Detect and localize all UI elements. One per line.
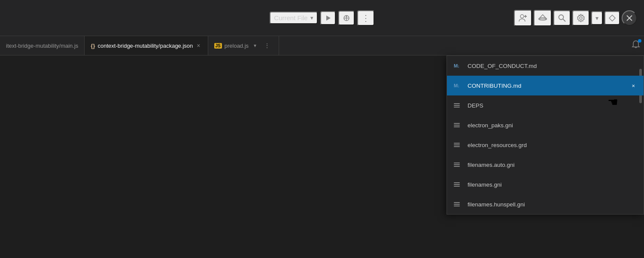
dropdown-item-deps[interactable]: DEPS × bbox=[447, 95, 644, 115]
debug-button[interactable] bbox=[338, 11, 355, 25]
lines-icon-filenames-hunspell bbox=[454, 202, 463, 206]
settings-icon bbox=[577, 14, 585, 22]
main-content: M↓ CODE_OF_CONDUCT.md × M↓ CONTRIBUTING.… bbox=[0, 55, 644, 258]
tab-main-js[interactable]: itext-bridge-mutability/main.js bbox=[0, 36, 85, 55]
current-file-label: Current File bbox=[274, 14, 307, 22]
notification-dot bbox=[638, 39, 641, 43]
hat-icon bbox=[538, 13, 547, 23]
tabbar: itext-bridge-mutability/main.js {} conte… bbox=[0, 36, 644, 55]
dropdown-panel: M↓ CODE_OF_CONDUCT.md × M↓ CONTRIBUTING.… bbox=[447, 55, 644, 215]
dropdown-label-contributing: CONTRIBUTING.md bbox=[468, 83, 626, 89]
dropdown-item-contributing[interactable]: M↓ CONTRIBUTING.md × bbox=[447, 76, 644, 95]
chevron-down-icon: ▾ bbox=[310, 15, 313, 21]
svg-point-10 bbox=[559, 15, 564, 19]
dropdown-label-electron-paks: electron_paks.gni bbox=[468, 122, 626, 129]
dropdown-label-filenames: filenames.gni bbox=[468, 181, 626, 188]
dropdown-arrow-button[interactable]: ▾ bbox=[591, 11, 603, 25]
run-icon bbox=[325, 15, 331, 22]
dropdown-item-filenames-auto[interactable]: filenames.auto.gni × bbox=[447, 155, 644, 175]
md-icon-contributing: M↓ bbox=[454, 83, 463, 88]
md-icon-code-of-conduct: M↓ bbox=[454, 63, 463, 68]
dropdown-close-contributing[interactable]: × bbox=[630, 82, 637, 90]
tab-preload-js[interactable]: JS preload.js ▾ ⋮ bbox=[208, 36, 279, 55]
dropdown-label-deps: DEPS bbox=[468, 102, 626, 109]
notification-bell[interactable] bbox=[631, 40, 641, 52]
tab-label-package-json: context-bridge-mutability/package.json bbox=[97, 43, 193, 49]
dropdown-label-filenames-hunspell: filenames.hunspell.gni bbox=[468, 201, 626, 208]
diamond-icon bbox=[609, 15, 616, 22]
svg-point-5 bbox=[520, 15, 524, 18]
lines-icon-filenames bbox=[454, 182, 463, 187]
run-button[interactable] bbox=[320, 11, 336, 25]
tab-close-package-json[interactable]: × bbox=[195, 42, 201, 49]
tab-package-json[interactable]: {} context-bridge-mutability/package.jso… bbox=[85, 36, 208, 55]
lines-icon-filenames-auto bbox=[454, 163, 463, 167]
tab-more-button[interactable]: ⋮ bbox=[261, 42, 273, 49]
dropdown-item-filenames-hunspell[interactable]: filenames.hunspell.gni × bbox=[447, 194, 644, 214]
svg-line-11 bbox=[563, 19, 565, 22]
dropdown-label-electron-resources: electron_resources.grd bbox=[468, 142, 626, 148]
tab-label-main-js: itext-bridge-mutability/main.js bbox=[6, 43, 78, 49]
add-person-button[interactable] bbox=[514, 10, 532, 26]
dropdown-item-electron-resources[interactable]: electron_resources.grd × bbox=[447, 135, 644, 155]
settings-button[interactable] bbox=[572, 10, 589, 26]
svg-point-4 bbox=[346, 15, 347, 17]
tab-dropdown-button[interactable]: ▾ bbox=[251, 43, 259, 49]
json-icon: {} bbox=[91, 43, 95, 49]
tabbar-right bbox=[631, 36, 644, 55]
lines-icon-deps bbox=[454, 103, 463, 108]
add-person-icon bbox=[518, 13, 528, 23]
svg-marker-0 bbox=[326, 15, 331, 21]
close-icon bbox=[626, 15, 632, 21]
dropdown-item-electron-paks[interactable]: electron_paks.gni × bbox=[447, 115, 644, 135]
svg-point-12 bbox=[580, 17, 582, 19]
search-icon bbox=[558, 14, 566, 22]
toolbar-center: Current File ▾ ⋮ bbox=[270, 10, 374, 26]
diamond-button[interactable] bbox=[605, 11, 620, 25]
js-icon: JS bbox=[214, 43, 222, 49]
dropdown-item-filenames[interactable]: filenames.gni × bbox=[447, 175, 644, 194]
dropdown-label-code-of-conduct: CODE_OF_CONDUCT.md bbox=[468, 63, 626, 69]
svg-marker-13 bbox=[609, 15, 615, 21]
search-button[interactable] bbox=[553, 10, 571, 26]
close-window-button[interactable] bbox=[622, 10, 637, 26]
current-file-button[interactable]: Current File ▾ bbox=[270, 12, 317, 24]
toolbar: Current File ▾ ⋮ bbox=[0, 0, 644, 36]
more-options-icon: ⋮ bbox=[361, 14, 370, 22]
dropdown-label-filenames-auto: filenames.auto.gni bbox=[468, 162, 626, 168]
dropdown-item-code-of-conduct[interactable]: M↓ CODE_OF_CONDUCT.md × bbox=[447, 56, 644, 76]
more-options-button[interactable]: ⋮ bbox=[357, 10, 374, 26]
debug-icon bbox=[343, 14, 350, 22]
toolbar-right: ▾ bbox=[514, 10, 637, 26]
dropdown-arrow-icon: ▾ bbox=[595, 15, 598, 22]
lines-icon-electron-resources bbox=[454, 143, 463, 147]
lines-icon-electron-paks bbox=[454, 123, 463, 127]
hat-button[interactable] bbox=[534, 10, 552, 26]
tab-label-preload-js: preload.js bbox=[225, 43, 249, 49]
